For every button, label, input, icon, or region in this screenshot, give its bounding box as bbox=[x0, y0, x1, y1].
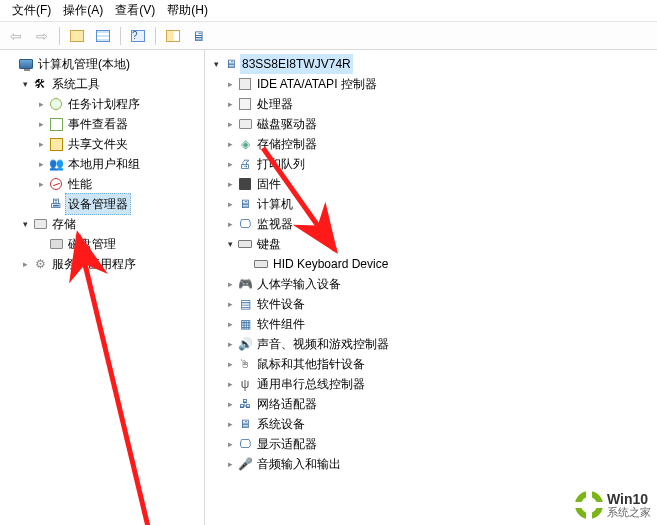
chevron-right-icon[interactable]: ▸ bbox=[18, 254, 32, 274]
device-label: 人体学输入设备 bbox=[257, 274, 341, 294]
tree-task-scheduler[interactable]: ▸ 任务计划程序 bbox=[0, 94, 204, 114]
svg-line-0 bbox=[78, 235, 150, 525]
device-label: 磁盘驱动器 bbox=[257, 114, 317, 134]
chevron-down-icon[interactable]: ▾ bbox=[18, 214, 32, 234]
chevron-right-icon[interactable]: ▸ bbox=[223, 454, 237, 474]
device-firmware[interactable]: ▸ 固件 bbox=[205, 174, 657, 194]
device-label: 键盘 bbox=[257, 234, 281, 254]
network-icon: 🖧 bbox=[237, 396, 253, 412]
monitor-icon: 🖥 bbox=[192, 28, 206, 44]
device-ide[interactable]: ▸ IDE ATA/ATAPI 控制器 bbox=[205, 74, 657, 94]
navigation-tree: 计算机管理(本地) ▾ 🛠 系统工具 ▸ 任务计划程序 ▸ 事件查看器 ▸ 共享… bbox=[0, 50, 205, 525]
tree-label: 本地用户和组 bbox=[68, 154, 140, 174]
nav-back-button[interactable]: ⇦ bbox=[4, 25, 28, 47]
chevron-right-icon[interactable]: ▸ bbox=[223, 314, 237, 334]
chevron-right-icon[interactable]: ▸ bbox=[223, 74, 237, 94]
chevron-right-icon[interactable]: ▸ bbox=[223, 274, 237, 294]
tree-event-viewer[interactable]: ▸ 事件查看器 bbox=[0, 114, 204, 134]
tree-disk-mgmt[interactable]: 磁盘管理 bbox=[0, 234, 204, 254]
menubar: 文件(F) 操作(A) 查看(V) 帮助(H) bbox=[0, 0, 657, 22]
menu-file[interactable]: 文件(F) bbox=[6, 0, 57, 21]
chevron-right-icon[interactable]: ▸ bbox=[223, 334, 237, 354]
device-label: 83SS8EI8TWJV74R bbox=[240, 54, 353, 74]
chevron-down-icon[interactable]: ▾ bbox=[209, 54, 223, 74]
menu-help[interactable]: 帮助(H) bbox=[161, 0, 214, 21]
tree-device-manager[interactable]: 🖶 设备管理器 bbox=[0, 194, 204, 214]
device-monitors[interactable]: ▸ 🖵 监视器 bbox=[205, 214, 657, 234]
device-hid[interactable]: ▸ 🎮 人体学输入设备 bbox=[205, 274, 657, 294]
chevron-right-icon[interactable]: ▸ bbox=[223, 134, 237, 154]
chevron-right-icon[interactable]: ▸ bbox=[223, 374, 237, 394]
chevron-right-icon[interactable]: ▸ bbox=[34, 174, 48, 194]
content-area: 计算机管理(本地) ▾ 🛠 系统工具 ▸ 任务计划程序 ▸ 事件查看器 ▸ 共享… bbox=[0, 50, 657, 525]
tree-root-computer-mgmt[interactable]: 计算机管理(本地) bbox=[0, 54, 204, 74]
show-hidden-button[interactable]: 🖥 bbox=[187, 25, 211, 47]
device-keyboards[interactable]: ▾ 键盘 bbox=[205, 234, 657, 254]
chevron-right-icon[interactable]: ▸ bbox=[34, 114, 48, 134]
device-root[interactable]: ▾ 🖥 83SS8EI8TWJV74R bbox=[205, 54, 657, 74]
tree-local-users[interactable]: ▸ 👥 本地用户和组 bbox=[0, 154, 204, 174]
ide-icon bbox=[237, 76, 253, 92]
chevron-right-icon[interactable]: ▸ bbox=[223, 354, 237, 374]
show-hide-tree-button[interactable] bbox=[65, 25, 89, 47]
device-computer[interactable]: ▸ 🖥 计算机 bbox=[205, 194, 657, 214]
tree-services-apps[interactable]: ▸ ⚙ 服务和应用程序 bbox=[0, 254, 204, 274]
view-mode-button[interactable] bbox=[161, 25, 185, 47]
chevron-right-icon[interactable]: ▸ bbox=[223, 174, 237, 194]
chevron-right-icon[interactable]: ▸ bbox=[223, 214, 237, 234]
chevron-right-icon[interactable]: ▸ bbox=[34, 94, 48, 114]
device-display[interactable]: ▸ 🖵 显示适配器 bbox=[205, 434, 657, 454]
tree-system-tools[interactable]: ▾ 🛠 系统工具 bbox=[0, 74, 204, 94]
chevron-right-icon[interactable]: ▸ bbox=[223, 414, 237, 434]
chevron-right-icon[interactable]: ▸ bbox=[223, 114, 237, 134]
properties-button[interactable] bbox=[91, 25, 115, 47]
help-button[interactable]: ? bbox=[126, 25, 150, 47]
toolbar-separator-2 bbox=[120, 27, 121, 45]
chevron-down-icon[interactable]: ▾ bbox=[223, 234, 237, 254]
device-sound[interactable]: ▸ 🔊 声音、视频和游戏控制器 bbox=[205, 334, 657, 354]
chevron-right-icon[interactable]: ▸ bbox=[223, 434, 237, 454]
menu-view[interactable]: 查看(V) bbox=[109, 0, 161, 21]
tree-label: 计算机管理(本地) bbox=[38, 54, 130, 74]
cpu-icon bbox=[237, 96, 253, 112]
device-mice[interactable]: ▸ 🖱 鼠标和其他指针设备 bbox=[205, 354, 657, 374]
device-network[interactable]: ▸ 🖧 网络适配器 bbox=[205, 394, 657, 414]
arrow-right-icon: ⇨ bbox=[36, 28, 48, 44]
device-processors[interactable]: ▸ 处理器 bbox=[205, 94, 657, 114]
device-print-queues[interactable]: ▸ 🖨 打印队列 bbox=[205, 154, 657, 174]
tree-label: 存储 bbox=[52, 214, 76, 234]
chevron-right-icon[interactable]: ▸ bbox=[223, 154, 237, 174]
device-software-devices[interactable]: ▸ ▤ 软件设备 bbox=[205, 294, 657, 314]
device-label: 显示适配器 bbox=[257, 434, 317, 454]
system-icon: 🖥 bbox=[237, 416, 253, 432]
device-system-devices[interactable]: ▸ 🖥 系统设备 bbox=[205, 414, 657, 434]
tree-shared-folders[interactable]: ▸ 共享文件夹 bbox=[0, 134, 204, 154]
chevron-right-icon[interactable]: ▸ bbox=[223, 394, 237, 414]
device-audio-io[interactable]: ▸ 🎤 音频输入和输出 bbox=[205, 454, 657, 474]
chevron-right-icon[interactable]: ▸ bbox=[34, 154, 48, 174]
firmware-icon bbox=[237, 176, 253, 192]
pc-icon: 🖥 bbox=[237, 196, 253, 212]
device-disk-drives[interactable]: ▸ 磁盘驱动器 bbox=[205, 114, 657, 134]
chevron-right-icon[interactable]: ▸ bbox=[223, 94, 237, 114]
device-storage-controllers[interactable]: ▸ ◈ 存储控制器 bbox=[205, 134, 657, 154]
device-label: 软件设备 bbox=[257, 294, 305, 314]
chevron-down-icon[interactable]: ▾ bbox=[18, 74, 32, 94]
device-label: 处理器 bbox=[257, 94, 293, 114]
device-hid-keyboard[interactable]: HID Keyboard Device bbox=[205, 254, 657, 274]
chevron-right-icon[interactable]: ▸ bbox=[223, 294, 237, 314]
nav-forward-button[interactable]: ⇨ bbox=[30, 25, 54, 47]
shared-folder-icon bbox=[48, 136, 64, 152]
device-label: 固件 bbox=[257, 174, 281, 194]
chevron-right-icon[interactable]: ▸ bbox=[34, 134, 48, 154]
tree-performance[interactable]: ▸ 性能 bbox=[0, 174, 204, 194]
tree-label: 磁盘管理 bbox=[68, 234, 116, 254]
device-software-components[interactable]: ▸ ▦ 软件组件 bbox=[205, 314, 657, 334]
chevron-right-icon[interactable]: ▸ bbox=[223, 194, 237, 214]
device-usb[interactable]: ▸ ψ 通用串行总线控制器 bbox=[205, 374, 657, 394]
menu-action[interactable]: 操作(A) bbox=[57, 0, 109, 21]
device-label: 存储控制器 bbox=[257, 134, 317, 154]
printer-icon: 🖨 bbox=[237, 156, 253, 172]
users-icon: 👥 bbox=[48, 156, 64, 172]
tree-storage[interactable]: ▾ 存储 bbox=[0, 214, 204, 234]
